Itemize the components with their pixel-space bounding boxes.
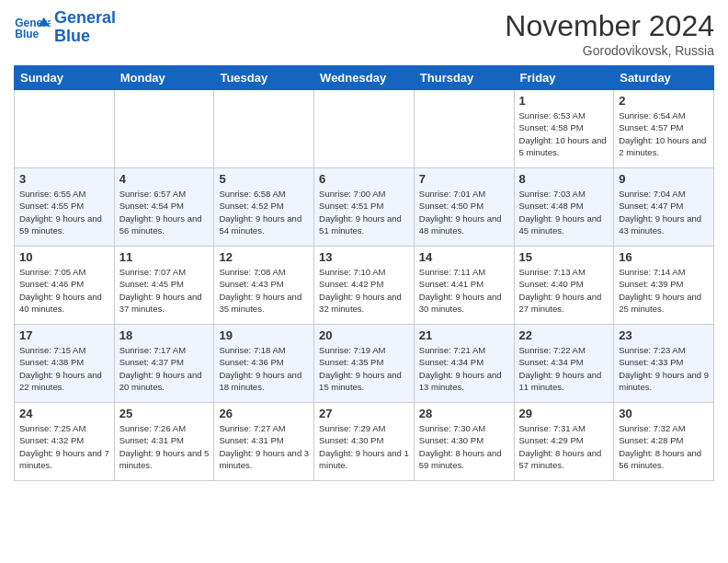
day-number: 11 [119, 250, 210, 264]
calendar-cell-w5-d0: 24Sunrise: 7:25 AM Sunset: 4:32 PM Dayli… [15, 403, 115, 481]
calendar-cell-w4-d3: 20Sunrise: 7:19 AM Sunset: 4:35 PM Dayli… [314, 325, 415, 403]
day-number: 15 [519, 250, 609, 264]
day-number: 2 [619, 94, 709, 108]
day-number: 12 [219, 250, 309, 264]
header-sunday: Sunday [15, 66, 115, 90]
calendar-cell-w3-d0: 10Sunrise: 7:05 AM Sunset: 4:46 PM Dayli… [15, 247, 115, 325]
day-info: Sunrise: 7:22 AM Sunset: 4:34 PM Dayligh… [519, 344, 609, 393]
calendar-cell-w1-d3 [314, 90, 415, 168]
day-info: Sunrise: 6:55 AM Sunset: 4:55 PM Dayligh… [19, 188, 109, 236]
day-number: 25 [119, 407, 210, 420]
day-number: 8 [519, 172, 609, 186]
day-info: Sunrise: 7:17 AM Sunset: 4:37 PM Dayligh… [119, 344, 210, 393]
calendar-cell-w1-d0 [15, 90, 115, 168]
header-saturday: Saturday [614, 66, 714, 90]
day-info: Sunrise: 7:23 AM Sunset: 4:33 PM Dayligh… [619, 344, 709, 393]
week-row-4: 17Sunrise: 7:15 AM Sunset: 4:38 PM Dayli… [15, 325, 714, 403]
calendar-cell-w2-d6: 9Sunrise: 7:04 AM Sunset: 4:47 PM Daylig… [614, 168, 714, 247]
calendar-cell-w3-d4: 14Sunrise: 7:11 AM Sunset: 4:41 PM Dayli… [414, 247, 514, 325]
header: General Blue GeneralBlue November 2024 G… [14, 9, 714, 58]
day-info: Sunrise: 7:18 AM Sunset: 4:36 PM Dayligh… [219, 344, 309, 393]
day-number: 10 [19, 250, 109, 264]
day-info: Sunrise: 7:27 AM Sunset: 4:31 PM Dayligh… [219, 422, 309, 471]
calendar-cell-w1-d2 [214, 90, 314, 168]
day-number: 14 [419, 250, 509, 264]
calendar-cell-w4-d6: 23Sunrise: 7:23 AM Sunset: 4:33 PM Dayli… [614, 325, 714, 403]
calendar-cell-w2-d3: 6Sunrise: 7:00 AM Sunset: 4:51 PM Daylig… [314, 168, 415, 247]
day-info: Sunrise: 7:26 AM Sunset: 4:31 PM Dayligh… [119, 422, 210, 471]
day-info: Sunrise: 7:05 AM Sunset: 4:46 PM Dayligh… [19, 266, 109, 315]
day-number: 7 [419, 172, 509, 186]
calendar-cell-w3-d1: 11Sunrise: 7:07 AM Sunset: 4:45 PM Dayli… [114, 247, 214, 325]
header-monday: Monday [114, 66, 214, 90]
day-number: 3 [19, 172, 109, 186]
day-info: Sunrise: 7:30 AM Sunset: 4:30 PM Dayligh… [419, 422, 509, 471]
title-section: November 2024 Gorodovikovsk, Russia [505, 9, 714, 58]
calendar-cell-w4-d1: 18Sunrise: 7:17 AM Sunset: 4:37 PM Dayli… [114, 325, 214, 403]
day-info: Sunrise: 7:14 AM Sunset: 4:39 PM Dayligh… [619, 266, 709, 315]
day-info: Sunrise: 7:31 AM Sunset: 4:29 PM Dayligh… [519, 422, 609, 471]
day-info: Sunrise: 7:00 AM Sunset: 4:51 PM Dayligh… [319, 188, 409, 236]
location: Gorodovikovsk, Russia [505, 43, 714, 58]
day-info: Sunrise: 7:29 AM Sunset: 4:30 PM Dayligh… [319, 422, 409, 471]
calendar-cell-w1-d4 [414, 90, 514, 168]
header-friday: Friday [514, 66, 614, 90]
day-info: Sunrise: 7:21 AM Sunset: 4:34 PM Dayligh… [419, 344, 509, 393]
day-info: Sunrise: 7:32 AM Sunset: 4:28 PM Dayligh… [619, 422, 709, 471]
week-row-1: 1Sunrise: 6:53 AM Sunset: 4:58 PM Daylig… [15, 90, 714, 168]
calendar-cell-w1-d5: 1Sunrise: 6:53 AM Sunset: 4:58 PM Daylig… [514, 90, 614, 168]
svg-text:Blue: Blue [15, 27, 39, 40]
day-number: 21 [419, 328, 509, 342]
day-number: 23 [619, 328, 709, 342]
week-row-5: 24Sunrise: 7:25 AM Sunset: 4:32 PM Dayli… [15, 403, 714, 481]
logo: General Blue GeneralBlue [14, 9, 116, 46]
calendar-cell-w2-d4: 7Sunrise: 7:01 AM Sunset: 4:50 PM Daylig… [414, 168, 514, 247]
day-info: Sunrise: 7:11 AM Sunset: 4:41 PM Dayligh… [419, 266, 509, 315]
calendar-cell-w4-d0: 17Sunrise: 7:15 AM Sunset: 4:38 PM Dayli… [15, 325, 115, 403]
calendar-cell-w2-d2: 5Sunrise: 6:58 AM Sunset: 4:52 PM Daylig… [214, 168, 314, 247]
calendar-cell-w3-d2: 12Sunrise: 7:08 AM Sunset: 4:43 PM Dayli… [214, 247, 314, 325]
day-info: Sunrise: 7:04 AM Sunset: 4:47 PM Dayligh… [619, 188, 709, 236]
calendar-cell-w5-d6: 30Sunrise: 7:32 AM Sunset: 4:28 PM Dayli… [614, 403, 714, 481]
day-number: 13 [319, 250, 409, 264]
day-number: 29 [519, 407, 609, 420]
header-thursday: Thursday [414, 66, 514, 90]
day-number: 1 [519, 94, 609, 108]
day-info: Sunrise: 7:15 AM Sunset: 4:38 PM Dayligh… [19, 344, 109, 393]
calendar-cell-w5-d4: 28Sunrise: 7:30 AM Sunset: 4:30 PM Dayli… [414, 403, 514, 481]
day-info: Sunrise: 7:03 AM Sunset: 4:48 PM Dayligh… [519, 188, 609, 236]
day-number: 30 [619, 407, 709, 420]
day-number: 17 [19, 328, 109, 342]
calendar-cell-w5-d5: 29Sunrise: 7:31 AM Sunset: 4:29 PM Dayli… [514, 403, 614, 481]
day-number: 19 [219, 328, 309, 342]
week-row-2: 3Sunrise: 6:55 AM Sunset: 4:55 PM Daylig… [15, 168, 714, 247]
logo-icon: General Blue [14, 14, 51, 41]
header-tuesday: Tuesday [214, 66, 314, 90]
day-number: 20 [319, 328, 409, 342]
calendar-table: Sunday Monday Tuesday Wednesday Thursday… [14, 65, 714, 481]
calendar-cell-w3-d3: 13Sunrise: 7:10 AM Sunset: 4:42 PM Dayli… [314, 247, 415, 325]
day-info: Sunrise: 6:54 AM Sunset: 4:57 PM Dayligh… [619, 109, 709, 158]
day-number: 4 [119, 172, 210, 186]
day-info: Sunrise: 7:19 AM Sunset: 4:35 PM Dayligh… [319, 344, 409, 393]
day-number: 5 [219, 172, 309, 186]
calendar-cell-w4-d2: 19Sunrise: 7:18 AM Sunset: 4:36 PM Dayli… [214, 325, 314, 403]
day-info: Sunrise: 7:13 AM Sunset: 4:40 PM Dayligh… [519, 266, 609, 315]
calendar-cell-w5-d1: 25Sunrise: 7:26 AM Sunset: 4:31 PM Dayli… [114, 403, 214, 481]
day-number: 18 [119, 328, 210, 342]
calendar-cell-w3-d6: 16Sunrise: 7:14 AM Sunset: 4:39 PM Dayli… [614, 247, 714, 325]
day-info: Sunrise: 7:25 AM Sunset: 4:32 PM Dayligh… [19, 422, 109, 471]
calendar-cell-w4-d5: 22Sunrise: 7:22 AM Sunset: 4:34 PM Dayli… [514, 325, 614, 403]
day-info: Sunrise: 6:53 AM Sunset: 4:58 PM Dayligh… [519, 109, 609, 158]
page: General Blue GeneralBlue November 2024 G… [0, 0, 728, 563]
day-number: 22 [519, 328, 609, 342]
calendar-cell-w5-d3: 27Sunrise: 7:29 AM Sunset: 4:30 PM Dayli… [314, 403, 415, 481]
weekday-header-row: Sunday Monday Tuesday Wednesday Thursday… [15, 66, 714, 90]
calendar-cell-w2-d0: 3Sunrise: 6:55 AM Sunset: 4:55 PM Daylig… [15, 168, 115, 247]
calendar-cell-w3-d5: 15Sunrise: 7:13 AM Sunset: 4:40 PM Dayli… [514, 247, 614, 325]
day-info: Sunrise: 7:07 AM Sunset: 4:45 PM Dayligh… [119, 266, 210, 315]
day-number: 9 [619, 172, 709, 186]
calendar-cell-w1-d6: 2Sunrise: 6:54 AM Sunset: 4:57 PM Daylig… [614, 90, 714, 168]
day-info: Sunrise: 7:10 AM Sunset: 4:42 PM Dayligh… [319, 266, 409, 315]
week-row-3: 10Sunrise: 7:05 AM Sunset: 4:46 PM Dayli… [15, 247, 714, 325]
